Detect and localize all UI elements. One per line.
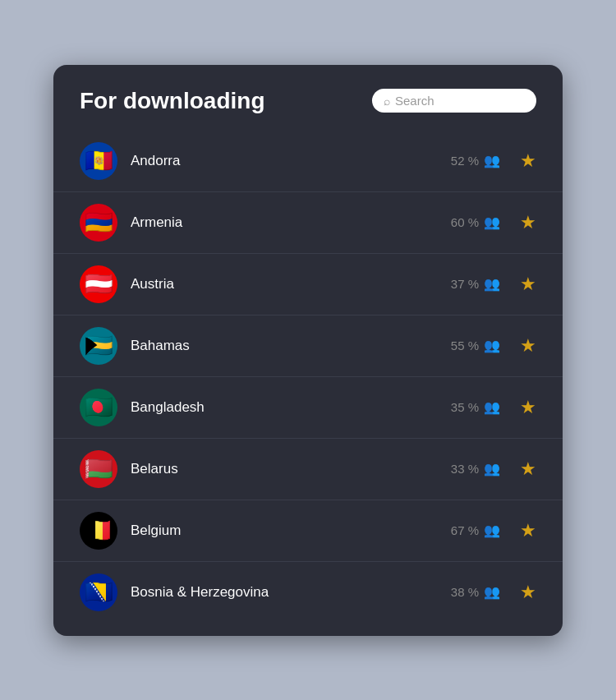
- country-name: Belarus: [131, 461, 421, 477]
- country-name: Bosnia & Herzegovina: [131, 584, 421, 601]
- list-item: 🇦🇩 Andorra 52 % 👥 ★: [53, 131, 563, 192]
- favorite-star[interactable]: ★: [520, 150, 536, 172]
- percent-value: 38 %: [451, 585, 479, 599]
- country-name: Bahamas: [131, 338, 421, 354]
- percent-value: 37 %: [451, 277, 479, 291]
- list-item: 🇦🇹 Austria 37 % 👥 ★: [53, 254, 563, 315]
- favorite-star[interactable]: ★: [520, 212, 536, 233]
- flag-bahamas: 🇧🇸: [80, 327, 117, 365]
- list-item: 🇧🇪 Belgium 67 % 👥 ★: [53, 500, 563, 562]
- favorite-star[interactable]: ★: [520, 335, 536, 357]
- favorite-star[interactable]: ★: [520, 458, 536, 480]
- main-card: For downloading ⌕ 🇦🇩 Andorra 52 % 👥 ★ 🇦🇲…: [53, 65, 563, 636]
- search-input[interactable]: [395, 94, 525, 108]
- header: For downloading ⌕: [53, 65, 563, 131]
- favorite-star[interactable]: ★: [520, 520, 536, 541]
- people-icon: 👥: [484, 584, 500, 600]
- flag-belarus: 🇧🇾: [80, 450, 117, 488]
- flag-bosnia: 🇧🇦: [80, 573, 117, 611]
- stat-percent: 35 % 👥: [434, 399, 500, 415]
- list-item: 🇧🇦 Bosnia & Herzegovina 38 % 👥 ★: [53, 562, 563, 623]
- flag-bangladesh: 🇧🇩: [80, 389, 117, 426]
- stat-percent: 55 % 👥: [434, 338, 500, 353]
- page-title: For downloading: [80, 88, 265, 114]
- country-name: Armenia: [131, 214, 421, 231]
- country-name: Belgium: [131, 523, 421, 539]
- flag-belgium: 🇧🇪: [80, 512, 117, 550]
- flag-austria: 🇦🇹: [80, 265, 117, 303]
- percent-value: 33 %: [451, 462, 479, 476]
- country-name: Bangladesh: [131, 399, 421, 416]
- stat-percent: 33 % 👥: [434, 461, 500, 477]
- flag-andorra: 🇦🇩: [80, 142, 117, 180]
- stat-percent: 67 % 👥: [434, 523, 500, 538]
- list-item: 🇧🇾 Belarus 33 % 👥 ★: [53, 439, 563, 500]
- list-item: 🇦🇲 Armenia 60 % 👥 ★: [53, 192, 563, 254]
- stat-percent: 37 % 👥: [434, 276, 500, 292]
- percent-value: 60 %: [451, 215, 479, 229]
- people-icon: 👥: [484, 523, 500, 538]
- stat-percent: 52 % 👥: [434, 153, 500, 168]
- percent-value: 35 %: [451, 400, 479, 414]
- percent-value: 55 %: [451, 338, 479, 352]
- people-icon: 👥: [484, 153, 500, 168]
- country-name: Austria: [131, 276, 421, 292]
- search-icon: ⌕: [384, 94, 390, 108]
- people-icon: 👥: [484, 338, 500, 353]
- people-icon: 👥: [484, 214, 500, 230]
- people-icon: 👥: [484, 461, 500, 477]
- favorite-star[interactable]: ★: [520, 274, 536, 295]
- country-list: 🇦🇩 Andorra 52 % 👥 ★ 🇦🇲 Armenia 60 % 👥 ★ …: [53, 131, 563, 623]
- percent-value: 52 %: [451, 154, 479, 168]
- search-box[interactable]: ⌕: [372, 89, 536, 113]
- stat-percent: 38 % 👥: [434, 584, 500, 600]
- list-item: 🇧🇩 Bangladesh 35 % 👥 ★: [53, 377, 563, 439]
- people-icon: 👥: [484, 276, 500, 292]
- favorite-star[interactable]: ★: [520, 582, 536, 603]
- list-item: 🇧🇸 Bahamas 55 % 👥 ★: [53, 315, 563, 377]
- stat-percent: 60 % 👥: [434, 214, 500, 230]
- country-name: Andorra: [131, 153, 421, 169]
- flag-armenia: 🇦🇲: [80, 204, 117, 242]
- percent-value: 67 %: [451, 523, 479, 537]
- favorite-star[interactable]: ★: [520, 397, 536, 418]
- people-icon: 👥: [484, 399, 500, 415]
